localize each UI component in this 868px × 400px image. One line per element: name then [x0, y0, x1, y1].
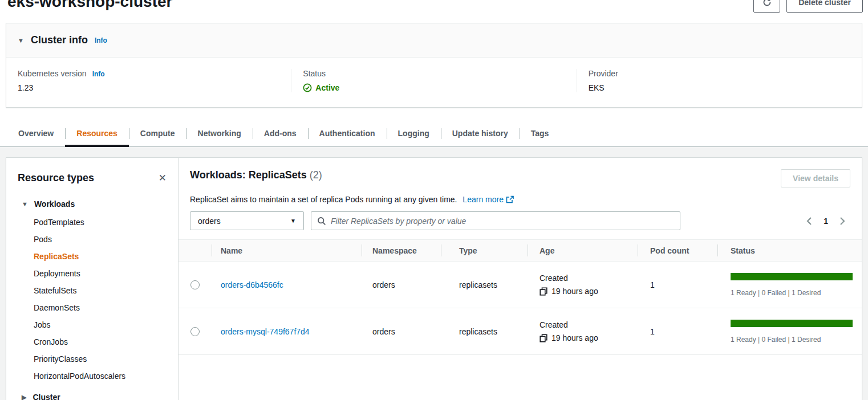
replicaset-name-link[interactable]: orders-d6b4566fc — [221, 280, 283, 289]
cluster-info-title: Cluster info — [31, 34, 88, 46]
resource-types-sidebar: Resource types ✕ ▼ Workloads PodTemplate… — [6, 158, 179, 400]
resources-panel: Resource types ✕ ▼ Workloads PodTemplate… — [6, 157, 862, 400]
tab-tags[interactable]: Tags — [520, 121, 561, 146]
type-cell: replicasets — [441, 327, 528, 336]
filter-search — [311, 211, 680, 230]
status-cell: 1 Ready | 0 Failed | 1 Desired — [717, 320, 862, 344]
field-status: Status Active — [291, 69, 576, 92]
filter-dropdown-value: orders — [198, 217, 221, 226]
tab-compute[interactable]: Compute — [129, 121, 186, 146]
tree-group-cluster[interactable]: ▶ Cluster — [18, 393, 167, 400]
pod-count-cell: 1 — [638, 327, 717, 336]
status-label: Status — [303, 69, 326, 78]
status-badge: Active — [303, 83, 565, 92]
delete-cluster-button[interactable]: Delete cluster — [786, 0, 863, 13]
pod-count-cell: 1 — [638, 280, 717, 289]
namespace-cell: orders — [362, 280, 441, 289]
pagination: 1 — [806, 217, 850, 226]
age-cell: Created 19 hours ago — [528, 274, 638, 296]
tab-overview[interactable]: Overview — [7, 121, 65, 146]
column-header-age: Age — [528, 240, 638, 261]
age-value: 19 hours ago — [551, 333, 598, 342]
age-created-label: Created — [540, 274, 638, 283]
age-created-label: Created — [540, 320, 638, 329]
sidebar-item-horizontalpodautoscalers[interactable]: HorizontalPodAutoscalers — [34, 368, 167, 385]
header-actions: Delete cluster — [753, 0, 863, 13]
table-header-row: Name Namespace Type Age Pod count Status — [179, 239, 862, 262]
check-circle-icon — [303, 83, 312, 92]
status-summary: 1 Ready | 0 Failed | 1 Desired — [731, 289, 862, 297]
tab-add-ons[interactable]: Add-ons — [253, 121, 308, 146]
tab-update-history[interactable]: Update history — [441, 121, 520, 146]
cluster-info-body: Kubernetes version Info 1.23 Status Acti… — [6, 57, 862, 107]
row-radio-button[interactable] — [190, 327, 200, 336]
page-header: eks-workshop-cluster Delete cluster — [0, 0, 868, 14]
tab-logging[interactable]: Logging — [387, 121, 441, 146]
learn-more-link[interactable]: Learn more — [463, 195, 514, 204]
sidebar-item-deployments[interactable]: Deployments — [34, 265, 167, 282]
cluster-info-info-link[interactable]: Info — [95, 36, 107, 44]
sidebar-item-cronjobs[interactable]: CronJobs — [34, 333, 167, 350]
replicasets-table: Name Namespace Type Age Pod count Status… — [179, 239, 862, 355]
column-header-pod-count: Pod count — [638, 240, 717, 261]
tree-group-workloads[interactable]: ▼ Workloads — [18, 199, 167, 209]
search-input[interactable] — [331, 217, 674, 226]
copy-icon[interactable] — [540, 334, 547, 342]
kubernetes-version-info-link[interactable]: Info — [92, 70, 105, 78]
tree-group-label: Workloads — [34, 199, 75, 209]
cluster-tabs: Overview Resources Compute Networking Ad… — [0, 121, 868, 147]
tab-resources[interactable]: Resources — [65, 121, 129, 146]
current-page[interactable]: 1 — [824, 217, 828, 226]
previous-page-icon[interactable] — [806, 217, 812, 226]
sidebar-item-statefulsets[interactable]: StatefulSets — [34, 282, 167, 299]
collapse-caret-icon: ▼ — [18, 37, 24, 44]
copy-icon[interactable] — [540, 287, 547, 296]
resource-types-title: Resource types — [18, 172, 94, 184]
sidebar-item-podtemplates[interactable]: PodTemplates — [34, 214, 167, 231]
column-header-type: Type — [441, 240, 528, 261]
field-kubernetes-version: Kubernetes version Info 1.23 — [6, 69, 291, 92]
column-header-name: Name — [212, 240, 362, 261]
table-row: orders-d6b4566fc orders replicasets Crea… — [179, 262, 862, 308]
close-icon[interactable]: ✕ — [159, 173, 167, 183]
type-cell: replicasets — [441, 280, 528, 289]
sidebar-item-jobs[interactable]: Jobs — [34, 316, 167, 333]
namespace-cell: orders — [362, 327, 441, 336]
dropdown-caret-icon: ▼ — [290, 218, 296, 224]
caret-down-icon: ▼ — [22, 201, 28, 207]
panel-title-text: Workloads: ReplicaSets — [190, 169, 307, 181]
resource-tree: ▼ Workloads PodTemplates Pods ReplicaSet… — [18, 199, 167, 400]
refresh-button[interactable] — [753, 0, 780, 13]
provider-label: Provider — [589, 69, 618, 78]
tree-group-label: Cluster — [33, 393, 60, 400]
next-page-icon[interactable] — [839, 217, 846, 226]
status-progress-bar — [731, 320, 853, 327]
sidebar-item-pods[interactable]: Pods — [34, 231, 167, 248]
refresh-icon — [762, 0, 772, 7]
status-progress-bar — [731, 273, 853, 280]
status-cell: 1 Ready | 0 Failed | 1 Desired — [717, 273, 862, 297]
tab-networking[interactable]: Networking — [186, 121, 253, 146]
status-summary: 1 Ready | 0 Failed | 1 Desired — [731, 336, 862, 344]
tab-authentication[interactable]: Authentication — [308, 121, 387, 146]
external-link-icon — [506, 195, 514, 203]
sidebar-item-replicasets[interactable]: ReplicaSets — [34, 248, 167, 265]
status-value: Active — [315, 83, 339, 92]
replicaset-name-link[interactable]: orders-mysql-749f67f7d4 — [221, 327, 310, 336]
replicasets-panel: Workloads: ReplicaSets (2) View details … — [179, 158, 862, 400]
sidebar-item-daemonsets[interactable]: DaemonSets — [34, 299, 167, 316]
view-details-button[interactable]: View details — [781, 169, 850, 187]
cluster-info-header[interactable]: ▼ Cluster info Info — [6, 23, 862, 57]
kubernetes-version-label: Kubernetes version — [18, 69, 87, 78]
description-text: ReplicaSet aims to maintain a set of rep… — [190, 195, 457, 204]
page-title: eks-workshop-cluster — [7, 0, 172, 11]
row-radio-button[interactable] — [190, 280, 200, 289]
filter-dropdown[interactable]: orders ▼ — [190, 211, 304, 230]
workloads-items: PodTemplates Pods ReplicaSets Deployment… — [18, 214, 167, 385]
field-provider: Provider EKS — [577, 69, 862, 92]
result-count: (2) — [310, 169, 322, 181]
table-row: orders-mysql-749f67f7d4 orders replicase… — [179, 308, 862, 355]
column-header-namespace: Namespace — [362, 240, 441, 261]
select-column-header — [179, 240, 212, 261]
sidebar-item-priorityclasses[interactable]: PriorityClasses — [34, 350, 167, 368]
